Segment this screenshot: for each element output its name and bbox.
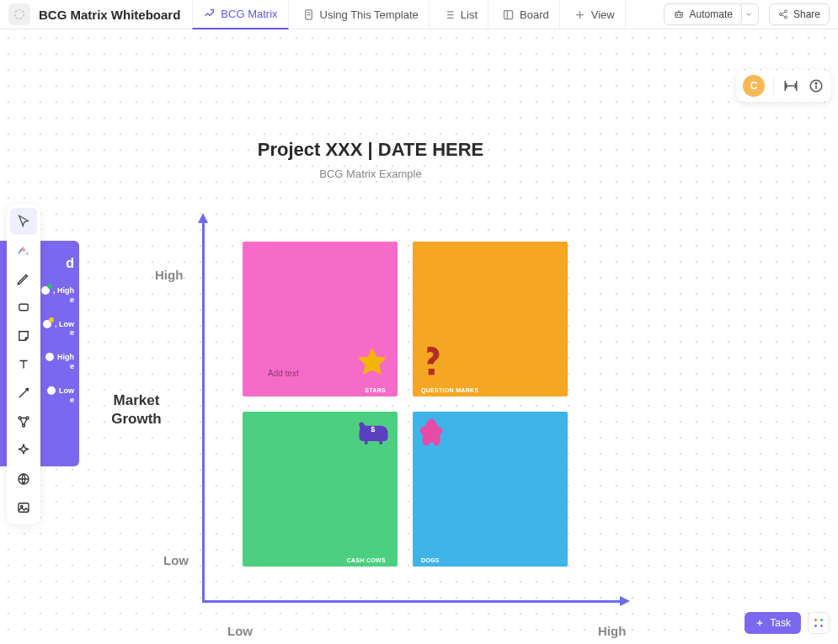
svg-point-7 <box>779 13 782 16</box>
svg-point-8 <box>784 16 787 19</box>
text-icon <box>16 357 31 372</box>
x-axis-high: High <box>598 624 626 638</box>
app-icon[interactable] <box>8 3 30 25</box>
note-icon <box>16 328 31 343</box>
automate-label: Automate <box>690 8 733 20</box>
svg-point-23 <box>814 625 817 627</box>
image-icon <box>16 500 31 515</box>
quadrant-label: DOGS <box>421 557 440 563</box>
svg-point-21 <box>814 619 817 621</box>
drawing-toolbar: + <box>7 205 40 524</box>
svg-point-10 <box>815 82 817 84</box>
board-icon <box>502 8 515 21</box>
plus-icon <box>574 8 586 21</box>
x-axis-low: Low <box>227 624 253 638</box>
svg-point-0 <box>15 10 24 19</box>
legend-dot <box>41 286 50 295</box>
legend-dot <box>43 320 51 328</box>
tool-globe[interactable] <box>10 466 37 492</box>
svg-point-15 <box>26 417 29 419</box>
y-axis-low: Low <box>163 553 189 567</box>
tab-board[interactable]: Board <box>492 0 560 29</box>
svg-point-16 <box>23 424 25 427</box>
tab-label: BCG Matrix <box>221 8 277 20</box>
legend-dot <box>45 353 54 361</box>
plus-icon <box>755 618 765 628</box>
tab-label: List <box>461 8 478 21</box>
quadrant-cash-cows[interactable]: $ CASH COWS <box>243 412 398 567</box>
placeholder-text[interactable]: Add text <box>268 369 299 378</box>
whiteboard-canvas[interactable]: C + d , High e , Low e <box>0 29 838 644</box>
globe-icon <box>16 471 31 487</box>
cursor-icon <box>16 214 31 229</box>
legend-text: , Low e <box>55 320 74 338</box>
tab-bcg-matrix[interactable]: BCG Matrix <box>192 0 288 29</box>
tab-add-view[interactable]: View <box>563 0 626 29</box>
legend-text: , High e <box>53 286 74 305</box>
cow-icon: $ <box>354 417 392 450</box>
svg-rect-2 <box>504 10 513 19</box>
tool-pen[interactable] <box>10 265 37 292</box>
share-icon <box>778 9 788 19</box>
y-axis-line <box>202 219 205 602</box>
legend-text: Low e <box>59 386 74 405</box>
loader-icon <box>13 8 26 21</box>
svg-text:$: $ <box>371 425 375 434</box>
relationship-icon <box>16 414 31 429</box>
tool-shapes-plus[interactable]: + <box>10 237 37 263</box>
svg-rect-13 <box>19 304 29 311</box>
svg-text:+: + <box>25 250 29 258</box>
more-options-button[interactable] <box>808 77 825 94</box>
top-bar: BCG Matrix Whiteboard BCG Matrix Using T… <box>0 0 838 29</box>
app-grid-button[interactable] <box>808 612 830 634</box>
quadrant-stars[interactable]: Add text STARS <box>243 242 398 397</box>
bcg-diagram: Project XXX | DATE HERE BCG Matrix Examp… <box>109 139 632 644</box>
y-axis-high: High <box>155 268 183 282</box>
star-icon <box>354 344 391 385</box>
tool-relationship[interactable] <box>10 408 37 435</box>
fit-width-button[interactable] <box>782 77 799 94</box>
grid-icon <box>813 617 825 629</box>
robot-icon <box>673 8 685 20</box>
tool-connector[interactable] <box>10 380 37 407</box>
svg-point-22 <box>820 619 823 621</box>
tool-ai[interactable] <box>10 437 37 464</box>
automate-dropdown[interactable] <box>740 3 759 25</box>
diagram-title[interactable]: Project XXX | DATE HERE <box>109 139 632 161</box>
page-title[interactable]: BCG Matrix Whiteboard <box>39 8 180 22</box>
y-axis-arrow <box>198 213 208 223</box>
whiteboard-icon <box>203 8 216 20</box>
quadrant-dogs[interactable]: DOGS <box>413 412 568 567</box>
x-axis-arrow <box>620 596 630 606</box>
tab-list[interactable]: List <box>433 0 488 29</box>
task-button[interactable]: Task <box>745 612 801 634</box>
quadrant-label: STARS <box>365 387 386 393</box>
document-icon <box>302 8 315 21</box>
shapes-plus-icon: + <box>16 242 31 258</box>
tab-label: Board <box>520 8 549 21</box>
rectangle-icon <box>16 300 31 315</box>
chevron-down-icon <box>745 10 753 19</box>
svg-rect-18 <box>19 503 29 513</box>
collab-toolbar: C <box>736 70 831 102</box>
question-icon <box>418 344 446 385</box>
diagram-subtitle[interactable]: BCG Matrix Example <box>109 168 632 180</box>
quadrant-question-marks[interactable]: QUESTION MARKS <box>413 242 568 397</box>
y-axis-label[interactable]: Market Growth <box>109 391 163 428</box>
tab-label: View <box>591 8 615 21</box>
tool-text[interactable] <box>10 351 37 378</box>
tool-sticky-note[interactable] <box>10 322 37 349</box>
tool-rectangle[interactable] <box>10 294 37 321</box>
tool-cursor[interactable] <box>10 208 37 235</box>
tab-using-template[interactable]: Using This Template <box>292 0 430 29</box>
separator <box>773 77 774 95</box>
svg-point-14 <box>19 417 21 419</box>
share-button[interactable]: Share <box>769 3 830 25</box>
automate-button[interactable]: Automate <box>664 3 742 25</box>
connector-icon <box>16 386 31 401</box>
tool-image[interactable] <box>10 494 37 521</box>
svg-point-5 <box>680 14 681 15</box>
svg-point-6 <box>784 10 787 13</box>
svg-point-4 <box>676 14 677 15</box>
user-avatar[interactable]: C <box>743 75 765 97</box>
